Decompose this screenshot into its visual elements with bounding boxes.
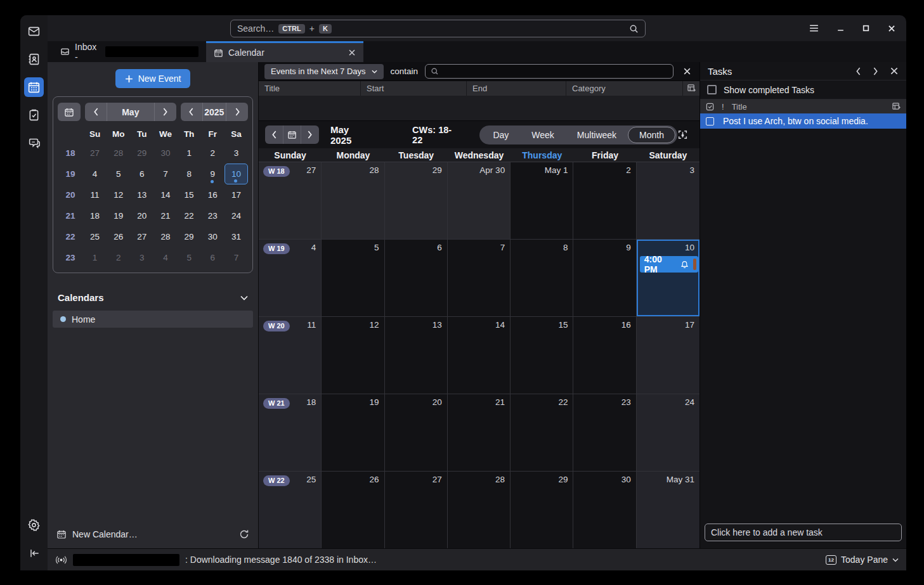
mini-day-selected[interactable]: 10 <box>224 164 248 184</box>
next-period-button[interactable] <box>301 125 319 144</box>
month-day-cell[interactable]: 28 <box>448 472 511 548</box>
mini-day[interactable]: 16 <box>201 184 224 205</box>
calendars-section-header[interactable]: Calendars <box>48 273 258 311</box>
month-day-cell-selected[interactable]: 104:00 PM <box>637 240 700 316</box>
mini-day[interactable]: 31 <box>224 226 248 247</box>
today-pane-toggle[interactable]: 12 Today Pane <box>826 555 899 565</box>
month-day-cell[interactable]: 29 <box>385 162 448 239</box>
month-day-cell[interactable]: W 2225 <box>259 472 322 548</box>
mini-day[interactable]: 7 <box>224 247 248 268</box>
mini-day[interactable]: 30 <box>201 226 224 247</box>
calendar-list-item-home[interactable]: Home <box>53 311 253 328</box>
settings-button[interactable] <box>24 515 44 535</box>
month-day-cell[interactable]: 30 <box>573 472 636 548</box>
tab-calendar[interactable]: Calendar <box>206 41 363 62</box>
results-column-header-start[interactable]: Start <box>361 81 467 96</box>
priority-column-header[interactable]: ! <box>722 102 724 112</box>
mini-day[interactable]: 29 <box>130 143 153 164</box>
event-chip[interactable]: 4:00 PM <box>640 256 698 273</box>
chat-space-button[interactable] <box>24 133 44 153</box>
mini-day[interactable]: 5 <box>178 247 201 268</box>
month-day-cell[interactable]: 20 <box>385 394 448 471</box>
month-day-cell[interactable]: W 2118 <box>259 394 322 471</box>
previous-year-button[interactable] <box>181 103 202 121</box>
tab-inbox[interactable]: Inbox - <box>53 41 206 62</box>
global-search-field[interactable]: Search… CTRL + K <box>230 20 646 37</box>
new-calendar-label[interactable]: New Calendar… <box>72 529 138 539</box>
month-day-cell[interactable]: 12 <box>322 317 384 394</box>
tasks-back-button[interactable] <box>856 67 861 75</box>
month-day-cell[interactable]: 3 <box>637 162 700 239</box>
minimize-button[interactable] <box>836 24 845 32</box>
show-completed-checkbox[interactable] <box>707 85 717 94</box>
mini-day[interactable]: 6 <box>201 247 224 268</box>
completed-column-icon[interactable] <box>706 103 714 111</box>
month-day-cell[interactable]: 24 <box>637 394 700 471</box>
task-row[interactable]: Post I use Arch, btw on social media. <box>700 113 906 129</box>
tasks-space-button[interactable] <box>24 105 44 125</box>
month-day-cell[interactable]: 29 <box>511 472 573 548</box>
mini-day[interactable]: 2 <box>107 247 130 268</box>
mini-day[interactable]: 15 <box>178 184 201 205</box>
mini-day[interactable]: 24 <box>224 205 248 226</box>
addressbook-space-button[interactable] <box>24 49 44 69</box>
month-day-cell[interactable]: May 31 <box>637 472 700 548</box>
column-picker-icon[interactable] <box>683 84 700 93</box>
next-year-button[interactable] <box>226 103 248 121</box>
mini-day[interactable]: 12 <box>107 184 130 205</box>
month-day-cell[interactable]: Apr 30 <box>448 162 511 239</box>
mini-today-button[interactable] <box>58 103 81 121</box>
mini-day[interactable]: 1 <box>83 247 107 268</box>
mini-day[interactable]: 14 <box>153 184 177 205</box>
mini-day[interactable]: 8 <box>178 164 201 184</box>
mini-day[interactable]: 25 <box>83 226 107 247</box>
mini-day[interactable]: 3 <box>130 247 153 268</box>
month-day-cell[interactable]: 7 <box>448 240 511 316</box>
month-day-cell[interactable]: 14 <box>448 317 511 394</box>
tasks-column-picker-icon[interactable] <box>892 103 901 111</box>
mini-day[interactable]: 19 <box>107 205 130 226</box>
month-day-cell[interactable]: 6 <box>385 240 448 316</box>
mini-day[interactable]: 22 <box>178 205 201 226</box>
results-column-header-end[interactable]: End <box>467 81 566 96</box>
mini-day[interactable]: 6 <box>130 164 153 184</box>
mini-day[interactable]: 11 <box>83 184 107 205</box>
month-day-cell[interactable]: 8 <box>511 240 573 316</box>
sync-calendars-button[interactable] <box>239 529 249 539</box>
mini-day[interactable]: 18 <box>83 205 107 226</box>
month-day-cell[interactable]: 28 <box>322 162 384 239</box>
view-tab-day[interactable]: Day <box>481 127 520 143</box>
mini-day[interactable]: 7 <box>153 164 177 184</box>
new-event-button[interactable]: New Event <box>115 69 191 88</box>
mini-day[interactable]: 21 <box>153 205 177 226</box>
month-day-cell[interactable]: 22 <box>511 394 573 471</box>
view-tab-week[interactable]: Week <box>520 127 566 143</box>
mini-day[interactable]: 13 <box>130 184 153 205</box>
event-search-input[interactable] <box>425 64 673 79</box>
mini-day[interactable]: 23 <box>201 205 224 226</box>
tasks-forward-button[interactable] <box>873 67 878 75</box>
mini-day[interactable]: 26 <box>107 226 130 247</box>
month-day-cell[interactable]: 23 <box>573 394 636 471</box>
mini-day[interactable]: 1 <box>178 143 201 164</box>
mini-day[interactable]: 4 <box>83 164 107 184</box>
mini-day[interactable]: 2 <box>201 143 224 164</box>
next-month-button[interactable] <box>155 103 176 121</box>
month-day-cell[interactable]: 2 <box>573 162 636 239</box>
view-tab-multiweek[interactable]: Multiweek <box>566 127 628 143</box>
previous-month-button[interactable] <box>85 103 107 121</box>
month-day-cell[interactable]: 27 <box>385 472 448 548</box>
mail-space-button[interactable] <box>24 22 44 41</box>
previous-period-button[interactable] <box>265 125 283 144</box>
results-column-header-title[interactable]: Title <box>259 81 361 96</box>
mini-day[interactable]: 28 <box>153 226 177 247</box>
mini-day[interactable]: 17 <box>224 184 248 205</box>
event-range-dropdown[interactable]: Events in the Next 7 Days <box>264 64 384 79</box>
mini-day[interactable]: 5 <box>107 164 130 184</box>
mini-day[interactable]: 29 <box>178 226 201 247</box>
view-tab-month[interactable]: Month <box>628 127 675 143</box>
title-column-header[interactable]: Title <box>732 102 747 112</box>
month-day-cell[interactable]: 16 <box>573 317 636 394</box>
mini-day[interactable]: 20 <box>130 205 153 226</box>
mini-day[interactable]: 3 <box>224 143 248 164</box>
